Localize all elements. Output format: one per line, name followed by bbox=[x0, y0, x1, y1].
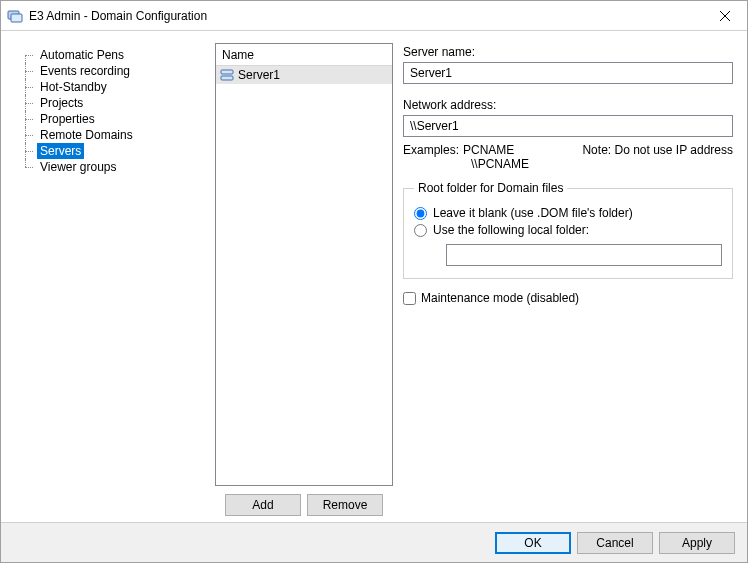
svg-rect-1 bbox=[11, 14, 22, 22]
root-custom-radio-row[interactable]: Use the following local folder: bbox=[414, 223, 722, 237]
dialog-footer: OK Cancel Apply bbox=[1, 522, 747, 562]
tree-item-automatic-pens[interactable]: Automatic Pens bbox=[19, 47, 203, 63]
server-form: Server name: Network address: Examples: … bbox=[403, 43, 735, 516]
tree-item-label: Viewer groups bbox=[37, 159, 120, 175]
add-button[interactable]: Add bbox=[225, 494, 301, 516]
remove-button[interactable]: Remove bbox=[307, 494, 383, 516]
root-custom-label: Use the following local folder: bbox=[433, 223, 589, 237]
list-buttons: Add Remove bbox=[215, 486, 393, 516]
network-address-input[interactable] bbox=[403, 115, 733, 137]
server-name-input[interactable] bbox=[403, 62, 733, 84]
tree-connector-icon bbox=[25, 63, 35, 79]
examples-value-1: PCNAME bbox=[463, 143, 529, 157]
titlebar: E3 Admin - Domain Configuration bbox=[1, 1, 747, 31]
examples-value-2: \\PCNAME bbox=[463, 157, 529, 171]
server-name-label: Server name: bbox=[403, 45, 733, 59]
nav-tree: Automatic PensEvents recordingHot-Standb… bbox=[13, 43, 205, 516]
root-folder-group: Root folder for Domain files Leave it bl… bbox=[403, 181, 733, 279]
examples-row: Examples: PCNAME \\PCNAME Note: Do not u… bbox=[403, 143, 733, 171]
tree-item-label: Hot-Standby bbox=[37, 79, 110, 95]
root-folder-legend: Root folder for Domain files bbox=[414, 181, 567, 195]
dialog-window: E3 Admin - Domain Configuration Automati… bbox=[0, 0, 748, 563]
svg-rect-5 bbox=[221, 76, 233, 80]
svg-rect-4 bbox=[221, 70, 233, 74]
root-blank-label: Leave it blank (use .DOM file's folder) bbox=[433, 206, 633, 220]
tree-connector-icon bbox=[25, 111, 35, 127]
cancel-button[interactable]: Cancel bbox=[577, 532, 653, 554]
examples-label: Examples: bbox=[403, 143, 459, 171]
tree-item-label: Remote Domains bbox=[37, 127, 136, 143]
server-listbox[interactable]: Name Server1 bbox=[215, 43, 393, 486]
server-icon bbox=[220, 68, 234, 82]
list-item[interactable]: Server1 bbox=[216, 66, 392, 84]
close-button[interactable] bbox=[702, 1, 747, 30]
tree-connector-icon bbox=[25, 79, 35, 95]
tree-connector-icon bbox=[25, 127, 35, 143]
tree-item-viewer-groups[interactable]: Viewer groups bbox=[19, 159, 203, 175]
tree-item-label: Servers bbox=[37, 143, 84, 159]
tree-item-hot-standby[interactable]: Hot-Standby bbox=[19, 79, 203, 95]
tree-item-properties[interactable]: Properties bbox=[19, 111, 203, 127]
close-icon bbox=[720, 11, 730, 21]
root-custom-folder-input[interactable] bbox=[446, 244, 722, 266]
tree-connector-icon bbox=[25, 143, 35, 159]
network-address-label: Network address: bbox=[403, 98, 733, 112]
tree-item-remote-domains[interactable]: Remote Domains bbox=[19, 127, 203, 143]
tree-item-label: Projects bbox=[37, 95, 86, 111]
tree-item-label: Events recording bbox=[37, 63, 133, 79]
tree-item-servers[interactable]: Servers bbox=[19, 143, 203, 159]
tree-connector-icon bbox=[25, 159, 35, 175]
tree-item-projects[interactable]: Projects bbox=[19, 95, 203, 111]
tree-item-events-recording[interactable]: Events recording bbox=[19, 63, 203, 79]
root-blank-radio-row[interactable]: Leave it blank (use .DOM file's folder) bbox=[414, 206, 722, 220]
examples-note: Note: Do not use IP address bbox=[582, 143, 733, 171]
tree-connector-icon bbox=[25, 95, 35, 111]
list-item-label: Server1 bbox=[238, 68, 280, 82]
content-area: Automatic PensEvents recordingHot-Standb… bbox=[1, 31, 747, 522]
tree-item-label: Properties bbox=[37, 111, 98, 127]
app-icon bbox=[7, 8, 23, 24]
list-header-name[interactable]: Name bbox=[216, 44, 392, 66]
server-list-column: Name Server1 Add Remove bbox=[215, 43, 393, 516]
maintenance-mode-label: Maintenance mode (disabled) bbox=[421, 291, 579, 305]
tree-connector-icon bbox=[25, 47, 35, 63]
root-custom-radio[interactable] bbox=[414, 224, 427, 237]
maintenance-mode-checkbox[interactable] bbox=[403, 292, 416, 305]
root-blank-radio[interactable] bbox=[414, 207, 427, 220]
window-title: E3 Admin - Domain Configuration bbox=[29, 9, 702, 23]
tree-item-label: Automatic Pens bbox=[37, 47, 127, 63]
apply-button[interactable]: Apply bbox=[659, 532, 735, 554]
maintenance-mode-row[interactable]: Maintenance mode (disabled) bbox=[403, 291, 733, 305]
ok-button[interactable]: OK bbox=[495, 532, 571, 554]
list-body: Server1 bbox=[216, 66, 392, 485]
